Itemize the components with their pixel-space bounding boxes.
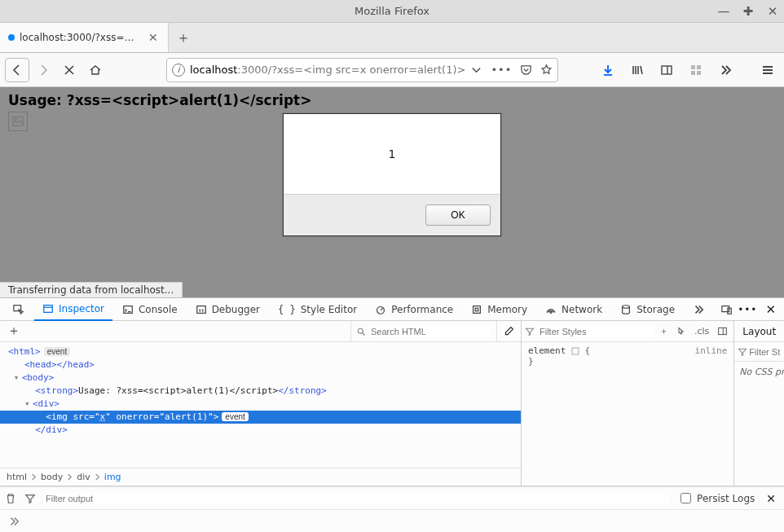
- svg-rect-19: [719, 328, 727, 334]
- filter-styles-input[interactable]: [538, 326, 654, 337]
- toggle-classes-button[interactable]: .cls: [692, 326, 711, 336]
- tab-debugger[interactable]: Debugger: [187, 298, 268, 321]
- svg-rect-2: [697, 65, 701, 69]
- tab-title: localhost:3000/?xss=%3Cim: [20, 32, 142, 43]
- overflow-button[interactable]: [714, 58, 737, 82]
- tab-style-editor[interactable]: { } Style Editor: [270, 298, 365, 321]
- loading-indicator-icon: [8, 34, 15, 41]
- crumb-img[interactable]: img: [104, 472, 121, 482]
- alert-ok-button[interactable]: OK: [425, 204, 491, 226]
- sidebar-toggle-button[interactable]: [715, 326, 730, 336]
- tree-row[interactable]: <html>event: [0, 345, 521, 358]
- library-button[interactable]: [626, 58, 649, 82]
- devtools-tab-overflow[interactable]: [685, 298, 712, 321]
- tab-memory[interactable]: Memory: [463, 298, 535, 321]
- devtools-close-button[interactable]: ✕: [762, 302, 779, 317]
- layout-tab[interactable]: Layout: [734, 321, 784, 342]
- pseudo-classes-button[interactable]: [674, 327, 689, 336]
- close-window-button[interactable]: ✕: [764, 3, 781, 20]
- computed-empty: No CSS properti: [734, 362, 784, 486]
- chevron-down-icon[interactable]: [470, 64, 482, 76]
- tab-console[interactable]: Console: [114, 298, 186, 321]
- persist-logs-checkbox[interactable]: [680, 493, 691, 503]
- maximize-button[interactable]: ✚: [740, 3, 756, 20]
- markup-search-input[interactable]: [369, 326, 491, 337]
- url-bar[interactable]: i localhost:3000/?xss=<img src=x onerror…: [166, 58, 558, 82]
- event-badge[interactable]: event: [44, 347, 70, 356]
- stop-button[interactable]: [57, 58, 81, 82]
- layout-panel: Layout No CSS properti: [734, 321, 784, 486]
- inspector-markup-panel: ＋ <html>event <head></head> ▾<body> <str…: [0, 321, 522, 486]
- close-tab-button[interactable]: ✕: [147, 31, 160, 44]
- rule-brace-open: {: [585, 345, 591, 356]
- console-filter-input[interactable]: [44, 493, 669, 504]
- tab-inspector-label: Inspector: [59, 303, 104, 314]
- tab-storage-label: Storage: [636, 304, 675, 315]
- tab-performance[interactable]: Performance: [367, 298, 461, 321]
- browser-tab[interactable]: localhost:3000/?xss=%3Cim ✕: [0, 23, 169, 52]
- inspect-element-button[interactable]: [5, 298, 33, 321]
- rule-selector: element: [528, 345, 566, 356]
- tree-row[interactable]: <head></head>: [0, 358, 521, 372]
- extension-button[interactable]: [685, 58, 707, 82]
- tree-row[interactable]: </div>: [0, 424, 521, 437]
- devtools: Inspector Console Debugger { } Style Edi…: [0, 297, 784, 532]
- rules-body[interactable]: element {inline }: [522, 342, 733, 486]
- tab-storage[interactable]: Storage: [612, 298, 683, 321]
- devtools-menu-button[interactable]: •••: [738, 304, 757, 315]
- sidebar-button[interactable]: [655, 58, 678, 82]
- crumb-html[interactable]: html: [7, 472, 27, 482]
- style-editor-icon: { }: [278, 304, 296, 315]
- storage-icon: [620, 304, 632, 315]
- devtools-tab-strip: Inspector Console Debugger { } Style Edi…: [0, 298, 784, 321]
- markup-search[interactable]: [350, 321, 496, 341]
- new-tab-button[interactable]: ＋: [169, 23, 198, 52]
- add-rule-button[interactable]: ＋: [657, 325, 671, 337]
- tree-row[interactable]: <strong>Usage: ?xss=<script>alert(1)</sc…: [0, 385, 521, 398]
- layout-panel-tabs: Layout: [734, 321, 784, 342]
- event-badge[interactable]: event: [222, 412, 248, 421]
- tree-row-selected[interactable]: <img src="x" onerror="alert(1)">event: [0, 411, 521, 424]
- console-filter-button[interactable]: [24, 493, 36, 504]
- svg-point-14: [550, 311, 552, 313]
- back-button[interactable]: [5, 58, 29, 82]
- clear-console-button[interactable]: [5, 493, 16, 504]
- tab-network[interactable]: Network: [537, 298, 610, 321]
- memory-icon: [471, 304, 482, 315]
- sidebar-icon: [717, 326, 728, 336]
- computed-filter-input[interactable]: [747, 346, 784, 358]
- minimize-button[interactable]: —: [716, 3, 732, 20]
- site-identity-icon[interactable]: i: [172, 64, 185, 77]
- tree-row[interactable]: ▾<div>: [0, 398, 521, 411]
- tab-performance-label: Performance: [391, 304, 453, 315]
- tree-row[interactable]: ▾<body>: [0, 372, 521, 385]
- responsive-design-button[interactable]: [721, 304, 733, 315]
- console-drawer-close[interactable]: ✕: [763, 492, 779, 505]
- hamburger-icon: [761, 64, 774, 77]
- app-menu-button[interactable]: [756, 58, 779, 82]
- split-console-prompt[interactable]: [0, 509, 784, 532]
- rules-toolbar: ＋ .cls: [522, 321, 733, 342]
- library-icon: [631, 64, 644, 77]
- persist-logs-toggle[interactable]: Persist Logs: [677, 490, 755, 506]
- console-drawer: Persist Logs ✕: [0, 486, 784, 509]
- markup-tree[interactable]: <html>event <head></head> ▾<body> <stron…: [0, 342, 521, 468]
- bookmark-star-icon[interactable]: [540, 64, 553, 76]
- pocket-icon[interactable]: [520, 64, 532, 76]
- home-icon: [89, 64, 102, 77]
- crumb-body[interactable]: body: [41, 472, 63, 482]
- edit-html-button[interactable]: [496, 321, 521, 341]
- crumb-div[interactable]: div: [77, 472, 90, 482]
- chevron-double-right-icon: [693, 304, 704, 315]
- performance-icon: [375, 304, 386, 315]
- downloads-button[interactable]: [597, 58, 619, 82]
- add-node-button[interactable]: ＋: [0, 323, 28, 340]
- tab-inspector[interactable]: Inspector: [34, 299, 112, 321]
- download-icon: [601, 64, 614, 77]
- svg-rect-1: [691, 65, 695, 69]
- markup-toolbar: ＋: [0, 321, 521, 342]
- page-actions-icon[interactable]: •••: [491, 64, 512, 76]
- home-button[interactable]: [83, 58, 108, 82]
- window-titlebar: Mozilla Firefox — ✚ ✕: [0, 0, 784, 23]
- svg-point-11: [377, 306, 385, 314]
